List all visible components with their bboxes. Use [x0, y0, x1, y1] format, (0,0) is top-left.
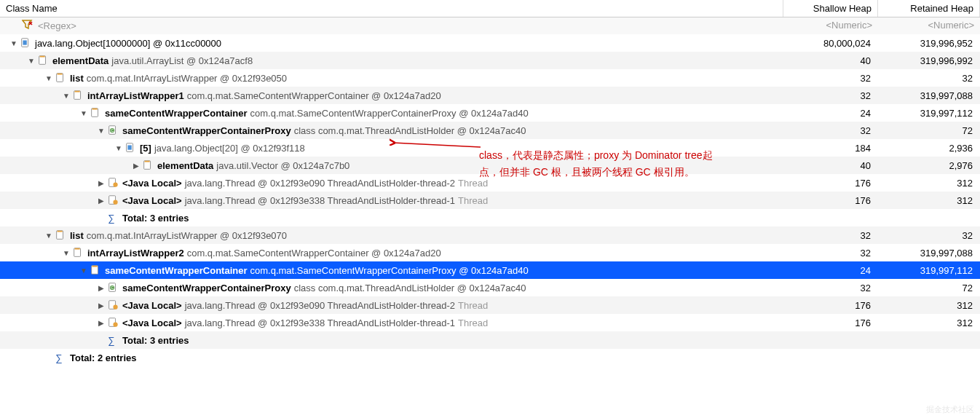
tree-cell-name: ▼intArrayListWrapper2com.q.mat.SameConte… — [0, 245, 783, 260]
expand-arrow-down-icon[interactable]: ▼ — [9, 39, 19, 47]
tree-cell-name: ▶<Java Local>java.lang.Thread @ 0x12f93e… — [0, 193, 783, 208]
tree-row[interactable]: ▶<Java Local>java.lang.Thread @ 0x12f93e… — [0, 174, 980, 192]
class-icon: C — [106, 282, 119, 293]
tree-row-label: elementDatajava.util.ArrayList @ 0x124a7… — [52, 55, 253, 66]
header-retained-heap[interactable]: Retained Heap — [878, 0, 980, 17]
filter-shallow-input[interactable]: <Numeric> — [783, 17, 878, 34]
table-header: Class Name Shallow Heap Retained Heap — [0, 0, 980, 17]
tree-row-label: <Java Local>java.lang.Thread @ 0x12f93e3… — [122, 195, 488, 206]
svg-point-13 — [113, 183, 117, 187]
obj-icon — [71, 90, 84, 101]
tree-cell-name: ▶∑Total: 2 entries — [0, 350, 783, 365]
filter-retained-input[interactable]: <Numeric> — [878, 17, 980, 34]
tree-row[interactable]: ▼listcom.q.mat.IntArrayListWrapper @ 0x1… — [0, 69, 980, 87]
cell-shallow: 32 — [783, 283, 878, 293]
tree-row[interactable]: ▼listcom.q.mat.IntArrayListWrapper @ 0x1… — [0, 226, 980, 244]
cell-retained: 319,996,992 — [878, 55, 980, 66]
tree-row[interactable]: ▼java.lang.Object[10000000] @ 0x11cc0000… — [0, 34, 980, 52]
tree-row[interactable]: ▶∑Total: 3 entries — [0, 209, 980, 226]
expand-arrow-down-icon[interactable]: ▼ — [61, 249, 71, 257]
tree-row-label: sameContentWrapperContainercom.q.mat.Sam… — [105, 108, 529, 119]
cell-retained: 2,936 — [878, 143, 980, 154]
cell-retained: 2,976 — [878, 160, 980, 171]
tree-cell-name: ▶<Java Local>java.lang.Thread @ 0x12f93e… — [0, 298, 783, 312]
obj-icon — [36, 55, 50, 66]
expand-arrow-down-icon[interactable]: ▼ — [61, 92, 71, 100]
tree-row-label: <Java Local>java.lang.Thread @ 0x12f93e0… — [122, 300, 488, 311]
expand-arrow-right-icon[interactable]: ▶ — [131, 162, 141, 170]
expand-arrow-right-icon[interactable]: ▶ — [96, 179, 106, 187]
class-icon: C — [106, 125, 119, 136]
tree-cell-name: ▶<Java Local>java.lang.Thread @ 0x12f93e… — [0, 176, 783, 190]
tree-row[interactable]: ▼sameContentWrapperContainercom.q.mat.Sa… — [0, 104, 980, 122]
cell-retained: 32 — [878, 73, 980, 84]
expand-arrow-down-icon[interactable]: ▼ — [96, 127, 106, 135]
tree-row-label: listcom.q.mat.IntArrayListWrapper @ 0x12… — [70, 73, 287, 84]
tree-row[interactable]: ▼intArrayListWrapper2com.q.mat.SameConte… — [0, 244, 980, 261]
tree-cell-name: ▼intArrayListWrapper1com.q.mat.SameConte… — [0, 88, 783, 103]
tree-row[interactable]: ▶elementDatajava.util.Vector @ 0x124a7c7… — [0, 157, 980, 174]
cell-shallow: 184 — [783, 143, 878, 154]
tree-cell-name: ▼listcom.q.mat.IntArrayListWrapper @ 0x1… — [0, 71, 783, 85]
tree-row-label: Total: 3 entries — [122, 335, 189, 346]
expand-arrow-down-icon[interactable]: ▼ — [44, 74, 54, 82]
filter-row: <Regex> <Numeric> <Numeric> — [0, 17, 980, 34]
expand-arrow-down-icon[interactable]: ▼ — [114, 144, 124, 152]
cell-shallow: 32 — [783, 248, 878, 259]
tree-cell-name: ▼CsameContentWrapperContainerProxyclass … — [0, 123, 783, 138]
cell-shallow: 176 — [783, 300, 878, 311]
cell-retained: 319,997,088 — [878, 90, 980, 101]
tree-row[interactable]: ▶<Java Local>java.lang.Thread @ 0x12f93e… — [0, 314, 980, 331]
tree-row[interactable]: ▼sameContentWrapperContainercom.q.mat.Sa… — [0, 261, 980, 279]
cell-shallow: 40 — [783, 160, 878, 171]
tree-row-label: listcom.q.mat.IntArrayListWrapper @ 0x12… — [70, 230, 287, 241]
tree-row-label: [5]java.lang.Object[20] @ 0x12f93f118 — [140, 143, 305, 154]
tree-row[interactable]: ▶<Java Local>java.lang.Thread @ 0x12f93e… — [0, 296, 980, 314]
cell-retained: 319,997,112 — [878, 108, 980, 119]
tree-row-label: intArrayListWrapper2com.q.mat.SameConten… — [87, 248, 441, 259]
thread-icon — [106, 299, 119, 311]
tree-row[interactable]: ▼elementDatajava.util.ArrayList @ 0x124a… — [0, 52, 980, 69]
tree-row-label: sameContentWrapperContainercom.q.mat.Sam… — [105, 265, 529, 276]
obj-icon — [54, 72, 67, 84]
tree-cell-name: ▶CsameContentWrapperContainerProxyclass … — [0, 280, 783, 295]
cell-shallow: 176 — [783, 318, 878, 328]
cell-shallow: 176 — [783, 195, 878, 206]
tree-cell-name: ▼elementDatajava.util.ArrayList @ 0x124a… — [0, 53, 783, 68]
cell-retained: 312 — [878, 300, 980, 311]
cell-retained: 319,996,952 — [878, 38, 980, 49]
tree-row[interactable]: ▼CsameContentWrapperContainerProxyclass … — [0, 122, 980, 139]
expand-arrow-down-icon[interactable]: ▼ — [79, 267, 89, 275]
cell-shallow: 40 — [783, 55, 878, 66]
thread-icon — [106, 177, 119, 189]
sigma-icon: ∑ — [106, 334, 119, 346]
expand-arrow-down-icon[interactable]: ▼ — [44, 232, 54, 240]
cell-shallow: 32 — [783, 230, 878, 241]
tree-row[interactable]: ▶∑Total: 3 entries — [0, 331, 980, 349]
tree-row[interactable]: ▼[5]java.lang.Object[20] @ 0x12f93f11818… — [0, 139, 980, 157]
tree-row[interactable]: ▶∑Total: 2 entries — [0, 349, 980, 366]
tree-row[interactable]: ▶<Java Local>java.lang.Thread @ 0x12f93e… — [0, 192, 980, 209]
tree-row-label: Total: 2 entries — [70, 352, 137, 363]
header-class-name[interactable]: Class Name — [0, 0, 783, 17]
filter-name-input[interactable]: <Regex> — [38, 20, 76, 31]
tree-row[interactable]: ▼intArrayListWrapper1com.q.mat.SameConte… — [0, 87, 980, 104]
tree-row[interactable]: ▶CsameContentWrapperContainerProxyclass … — [0, 279, 980, 296]
array-icon — [19, 37, 32, 49]
cell-retained: 319,997,112 — [878, 265, 980, 276]
obj-icon — [141, 159, 154, 171]
header-shallow-heap[interactable]: Shallow Heap — [783, 0, 878, 17]
cell-shallow: 32 — [783, 125, 878, 136]
array-icon — [124, 142, 137, 154]
tree-row-label: intArrayListWrapper1com.q.mat.SameConten… — [87, 90, 441, 101]
expand-arrow-right-icon[interactable]: ▶ — [96, 284, 106, 292]
expand-arrow-right-icon[interactable]: ▶ — [96, 301, 106, 309]
tree-row-label: <Java Local>java.lang.Thread @ 0x12f93e0… — [122, 178, 488, 189]
expand-arrow-down-icon[interactable]: ▼ — [79, 109, 89, 117]
cell-retained: 72 — [878, 125, 980, 136]
expand-arrow-right-icon[interactable]: ▶ — [96, 197, 106, 205]
tree-cell-name: ▶elementDatajava.util.Vector @ 0x124a7c7… — [0, 158, 783, 173]
sigma-icon: ∑ — [54, 352, 67, 363]
expand-arrow-right-icon[interactable]: ▶ — [96, 319, 106, 327]
expand-arrow-down-icon[interactable]: ▼ — [26, 57, 36, 65]
